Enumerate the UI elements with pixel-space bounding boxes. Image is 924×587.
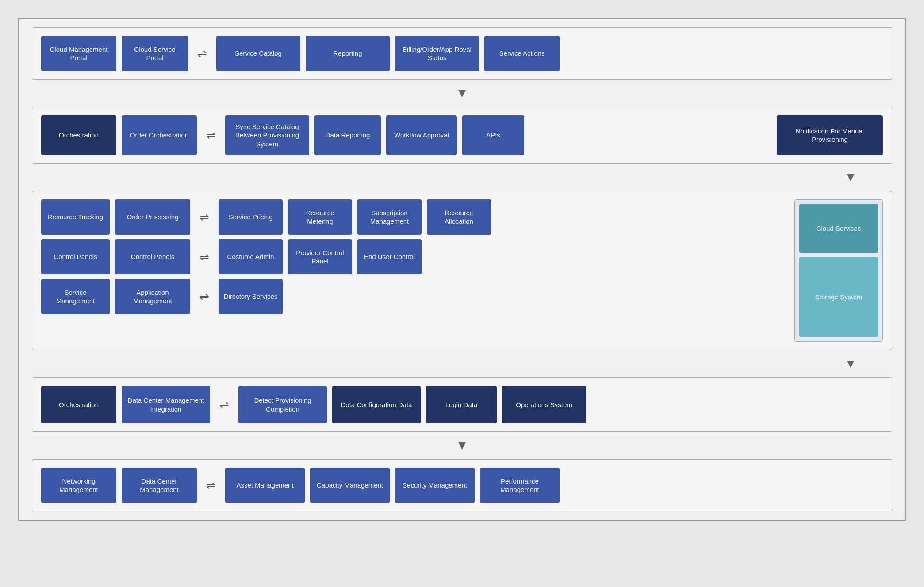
- row3a: Resource Tracking Order Processing ⇌ Ser…: [41, 199, 789, 235]
- apis: APIs: [462, 115, 524, 155]
- resource-metering: Resource Metering: [288, 199, 352, 235]
- row3-right-panel: Cloud Services Storage System: [794, 199, 883, 342]
- control-panels-right: Control Panels: [115, 239, 190, 274]
- asset-management: Asset Management: [225, 468, 305, 503]
- row3-outer: Resource Tracking Order Processing ⇌ Ser…: [41, 199, 883, 342]
- end-user-control: End User Control: [357, 239, 422, 274]
- service-catalog: Service Catalog: [216, 36, 300, 71]
- cloud-service-portal: Cloud Service Portal: [122, 36, 188, 71]
- data-center-mgmt-integration: Data Center Management Integration: [122, 386, 210, 423]
- networking-management: Networking Management: [41, 468, 116, 503]
- row5-container: Networking Management Data Center Manage…: [32, 459, 892, 511]
- provider-control-panel: Provider Control Panel: [288, 239, 352, 274]
- data-reporting: Data Reporting: [314, 115, 381, 155]
- row5: Networking Management Data Center Manage…: [41, 468, 883, 503]
- down-arrow-3-wrapper: ▼: [32, 357, 892, 370]
- control-panels-left: Control Panels: [41, 239, 110, 274]
- notification-manual: Notification For Manual Provisioning: [777, 115, 883, 155]
- capacity-management: Capacity Management: [310, 468, 390, 503]
- cloud-services: Cloud Services: [799, 204, 878, 253]
- row3c: Service Management Application Managemen…: [41, 279, 789, 314]
- arrow-r1: ⇌: [193, 47, 211, 61]
- arrow-r3c: ⇌: [196, 290, 213, 304]
- row3-left: Resource Tracking Order Processing ⇌ Ser…: [41, 199, 789, 342]
- row2: Orchestration Order Orchestration ⇌ Sync…: [41, 115, 883, 155]
- operations-system: Operations System: [502, 386, 586, 423]
- resource-allocation: Resource Allocation: [427, 199, 491, 235]
- sync-service-catalog: Sync Service Catalog Between Provisionin…: [225, 115, 309, 155]
- down-arrow-2: ▼: [844, 171, 857, 184]
- arrow-r3b: ⇌: [196, 250, 213, 264]
- row3b: Control Panels Control Panels ⇌ Costume …: [41, 239, 789, 274]
- workflow-approval: Workflow Approval: [386, 115, 457, 155]
- costume-admin: Costume Admin: [219, 239, 283, 274]
- service-pricing: Service Pricing: [219, 199, 283, 235]
- resource-tracking: Resource Tracking: [41, 199, 110, 235]
- dota-configuration-data: Dota Configuration Data: [332, 386, 421, 423]
- security-management: Security Management: [395, 468, 475, 503]
- detect-provisioning-completion: Detect Provisioning Completion: [238, 386, 327, 423]
- down-arrow-3: ▼: [844, 357, 857, 370]
- arrow-r4: ⇌: [215, 398, 233, 412]
- cloud-management-portal: Cloud Management Portal: [41, 36, 116, 71]
- row3-container: Resource Tracking Order Processing ⇌ Ser…: [32, 191, 892, 350]
- down-arrow-2-wrapper: ▼: [32, 171, 892, 184]
- application-management: Application Management: [115, 279, 190, 314]
- arrow-r2: ⇌: [202, 129, 220, 142]
- down-arrow-1: ▼: [32, 87, 892, 100]
- service-management: Service Management: [41, 279, 110, 314]
- subscription-management: Subscription Management: [357, 199, 422, 235]
- orchestration-r2: Orchestration: [41, 115, 116, 155]
- main-diagram: Cloud Management Portal Cloud Service Po…: [18, 18, 906, 521]
- data-center-management: Data Center Management: [122, 468, 197, 503]
- down-arrow-4: ▼: [32, 439, 892, 452]
- row4-container: Orchestration Data Center Management Int…: [32, 377, 892, 432]
- service-actions: Service Actions: [484, 36, 560, 71]
- row1: Cloud Management Portal Cloud Service Po…: [41, 36, 883, 71]
- order-orchestration: Order Orchestration: [122, 115, 197, 155]
- order-processing: Order Processing: [115, 199, 190, 235]
- login-data: Login Data: [426, 386, 497, 423]
- storage-system: Storage System: [799, 257, 878, 337]
- row1-container: Cloud Management Portal Cloud Service Po…: [32, 27, 892, 80]
- directory-services: Directory Services: [219, 279, 283, 314]
- arrow-r3a: ⇌: [196, 210, 213, 224]
- row4: Orchestration Data Center Management Int…: [41, 386, 883, 423]
- performance-management: Performance Management: [480, 468, 560, 503]
- arrow-r5: ⇌: [202, 479, 220, 492]
- orchestration-r4: Orchestration: [41, 386, 116, 423]
- billing-order: Billing/Order/App Roval Status: [395, 36, 479, 71]
- reporting: Reporting: [306, 36, 390, 71]
- row2-container: Orchestration Order Orchestration ⇌ Sync…: [32, 107, 892, 164]
